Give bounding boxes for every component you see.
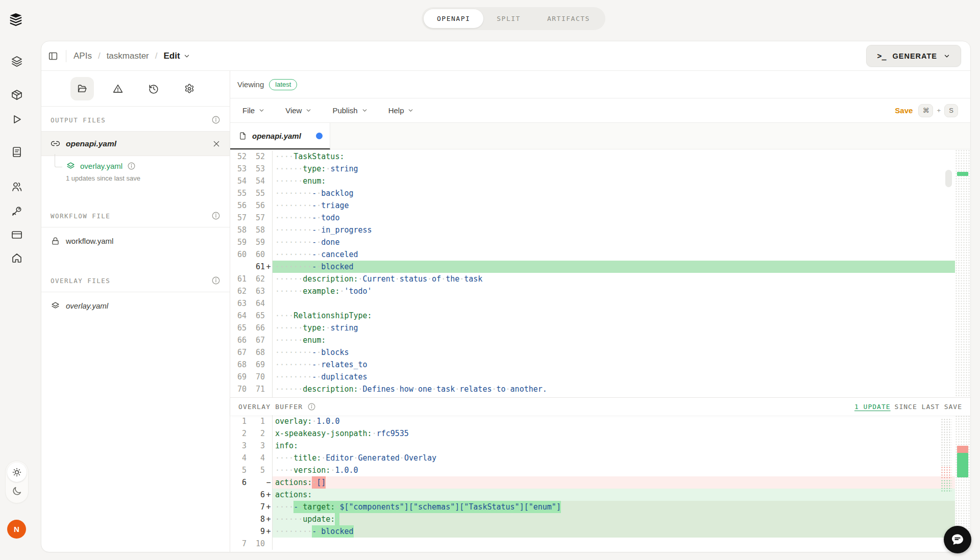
section-title: WORKFLOW FILE [51,212,110,220]
breadcrumb-apis[interactable]: APIs [74,51,92,61]
sidebar-docs-icon[interactable] [11,146,23,158]
menu-view[interactable]: View [285,106,312,115]
file-item-overlay-child[interactable]: overlay.yaml [41,156,230,173]
info-icon[interactable] [211,211,220,220]
chat-widget-button[interactable] [944,526,971,553]
sidebar-apis-icon[interactable] [11,55,23,67]
diff-fill [354,525,955,538]
info-icon[interactable] [211,276,220,285]
minimap-unchanged [941,418,952,466]
view-mode-tab-artifacts[interactable]: ARTIFACTS [534,9,603,28]
panel-toggle-icon[interactable] [47,50,59,62]
code-line: 55····version:·1.0.0 [230,464,970,476]
added-change-mark [957,172,968,176]
code-line: 61+········-·blocked [230,261,970,273]
close-icon[interactable] [212,140,220,148]
code-line: 5555········-·backlog [230,187,970,199]
removed-change-mark [957,446,968,453]
file-item-openapi[interactable]: openapi.yaml [41,132,230,156]
generate-button[interactable]: >_ GENERATE [866,45,961,67]
file-name: overlay.yaml [66,301,108,310]
breadcrumb-project[interactable]: taskmaster [107,51,149,61]
breadcrumb-separator: / [98,51,101,61]
overview-ruler[interactable] [955,149,970,397]
breadcrumb-separator: / [155,51,158,61]
chat-bubble-icon [950,532,965,547]
save-button[interactable]: Save [895,106,913,115]
sidebar-billing-icon[interactable] [11,228,23,241]
main-panel: APIs / taskmaster / Edit >_ GENERATE [41,41,971,552]
code-line: 22x-speakeasy-jsonpath:·rfc9535 [230,427,970,440]
info-icon[interactable] [307,402,316,411]
app-logo-icon[interactable] [8,12,23,28]
viewing-label: Viewing [237,80,264,89]
unsaved-dot [316,133,323,139]
sidebar-run-icon[interactable] [11,113,23,125]
overlay-buffer-header: OVERLAY BUFFER 1 UPDATE SINCE LAST SAVE [230,397,970,415]
minimap-removed [941,466,952,479]
code-line: 6263······example:·'todo' [230,285,970,297]
tree-connector [55,154,62,167]
sidebar-packages-icon[interactable] [11,89,23,101]
user-avatar[interactable]: N [7,520,26,539]
section-title: OUTPUT FILES [51,116,106,124]
menu-publish[interactable]: Publish [332,106,368,115]
chevron-down-icon [361,107,368,114]
left-rail: N [0,0,34,560]
menu-help[interactable]: Help [388,106,414,115]
overlay-files-section-header: OVERLAY FILES [41,267,230,292]
problems-tab-icon[interactable] [106,77,130,100]
generate-label: GENERATE [893,52,938,60]
info-icon[interactable] [127,162,136,170]
code-line: 8+······update:· [230,513,970,525]
file-name: overlay.yaml [80,162,122,170]
dark-mode-button[interactable] [11,486,22,497]
updates-count-link[interactable]: 1 UPDATE [854,403,891,411]
file-name: workflow.yaml [66,237,113,245]
chevron-down-icon [305,107,312,114]
minimap-added [941,479,952,493]
page-header: APIs / taskmaster / Edit >_ GENERATE [41,41,970,71]
files-tab-icon[interactable] [70,77,94,100]
file-item-workflow[interactable]: workflow.yaml [41,227,230,254]
light-mode-button[interactable] [7,463,27,482]
menu-file[interactable]: File [242,106,265,115]
code-line: 7+····-·target:·$["components"]["schemas… [230,501,970,513]
view-mode-tab-split[interactable]: SPLIT [483,9,534,28]
code-line: 6+actions: [230,489,970,501]
terminal-icon: >_ [877,52,886,61]
settings-tab-icon[interactable] [178,77,201,100]
file-item-overlay[interactable]: overlay.yaml [41,292,230,319]
explorer-toolbar [41,71,230,107]
plus-sign: + [937,107,941,114]
scrollbar-thumb[interactable] [945,170,952,187]
tab-openapi-yaml[interactable]: openapi.yaml [230,123,330,149]
section-title: OVERLAY FILES [51,277,110,285]
code-line: 6465····RelationshipType: [230,310,970,322]
link-icon [51,139,60,148]
version-badge: latest [269,79,297,90]
file-explorer: OUTPUT FILES openapi.yaml [41,71,230,552]
sidebar-api-keys-icon[interactable] [11,205,23,217]
file-name: openapi.yaml [66,139,116,148]
breadcrumb-edit-dropdown[interactable]: Edit [164,51,190,61]
history-tab-icon[interactable] [142,77,165,100]
openapi-diff-editor[interactable]: 5252····TaskStatus:5353······type:·strin… [230,149,970,397]
code-line: 6970········-·duplicates [230,371,970,383]
menu-items: FileViewPublishHelp [242,106,414,115]
overlay-buffer-title: OVERLAY BUFFER [238,403,303,411]
code-line: 6−actions:·[] [230,476,970,489]
sidebar-home-icon[interactable] [11,252,23,264]
viewing-bar: Viewing latest [230,71,970,98]
lock-icon [51,236,60,246]
code-line: 5252····TaskStatus: [230,150,970,163]
code-line: 5656········-·triage [230,199,970,212]
code-line: 33info: [230,440,970,452]
code-line: 6566······type:·string [230,322,970,334]
sidebar-users-icon[interactable] [11,181,23,193]
workflow-file-section-header: WORKFLOW FILE [41,202,230,227]
view-mode-tab-openapi[interactable]: OPENAPI [424,9,483,28]
overlay-diff-editor[interactable]: 11overlay:·1.0.022x-speakeasy-jsonpath:·… [230,415,970,552]
code-line: 5454······enum: [230,175,970,187]
info-icon[interactable] [211,115,220,124]
